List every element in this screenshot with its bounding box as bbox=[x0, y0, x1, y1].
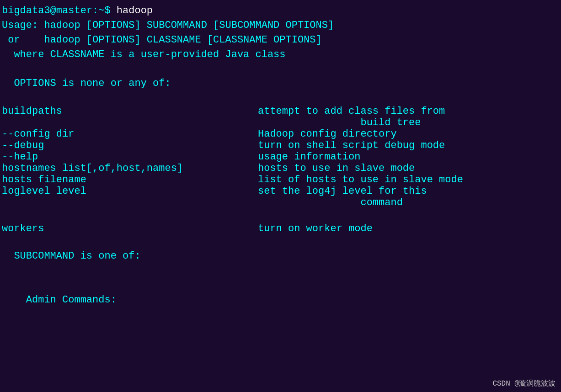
admin-header: Admin Commands: bbox=[2, 293, 559, 307]
prompt: bigdata3@master:~$ bbox=[2, 5, 117, 16]
option-right-hostnames: hosts to use in slave mode bbox=[258, 163, 559, 174]
option-left-hostnames: hostnames list[,of,host,names] bbox=[2, 163, 258, 174]
blank-3 bbox=[2, 208, 559, 223]
options-header: OPTIONS is none or any of: bbox=[2, 76, 559, 91]
option-left-workers: workers bbox=[2, 223, 258, 234]
option-right-config: Hadoop config directory bbox=[258, 128, 559, 140]
blank-4 bbox=[2, 234, 559, 249]
blank-1 bbox=[2, 62, 559, 77]
option-right-debug: turn on shell script debug mode bbox=[258, 140, 559, 151]
option-left-debug: --debug bbox=[2, 140, 258, 151]
blank-6 bbox=[2, 278, 559, 293]
subcommand-header: SUBCOMMAND is one of: bbox=[2, 249, 559, 264]
option-right-workers: turn on worker mode bbox=[258, 223, 559, 234]
terminal-window: bigdata3@master:~$ hadoop Usage: hadoop … bbox=[0, 0, 561, 392]
option-config: --config dir Hadoop config directory bbox=[2, 128, 559, 140]
option-left-loglevel: loglevel level bbox=[2, 185, 258, 208]
option-right-help: usage information bbox=[258, 151, 559, 163]
usage-line-3: where CLASSNAME is a user-provided Java … bbox=[2, 48, 559, 62]
option-left-hosts: hosts filename bbox=[2, 174, 258, 185]
prompt-line: bigdata3@master:~$ hadoop bbox=[2, 4, 559, 18]
option-right-hosts: list of hosts to use in slave mode bbox=[258, 174, 559, 185]
command: hadoop bbox=[117, 5, 153, 16]
option-buildpaths: buildpaths attempt to add class files fr… bbox=[2, 106, 559, 128]
option-hosts: hosts filename list of hosts to use in s… bbox=[2, 174, 559, 185]
option-left-help: --help bbox=[2, 151, 258, 163]
option-hostnames: hostnames list[,of,host,names] hosts to … bbox=[2, 163, 559, 174]
option-loglevel: loglevel level set the log4j level for t… bbox=[2, 185, 559, 208]
watermark: CSDN @漩涡脆波波 bbox=[492, 379, 556, 388]
option-help: --help usage information bbox=[2, 151, 559, 163]
option-left-buildpaths: buildpaths bbox=[2, 106, 258, 128]
blank-2 bbox=[2, 91, 559, 106]
option-left-config: --config dir bbox=[2, 128, 258, 140]
option-right-buildpaths: attempt to add class files from build tr… bbox=[258, 106, 559, 128]
workers-table: workers turn on worker mode bbox=[2, 223, 559, 234]
blank-5 bbox=[2, 264, 559, 278]
option-debug: --debug turn on shell script debug mode bbox=[2, 140, 559, 151]
usage-line-1: Usage: hadoop [OPTIONS] SUBCOMMAND [SUBC… bbox=[2, 18, 559, 33]
options-table: buildpaths attempt to add class files fr… bbox=[2, 106, 559, 208]
usage-line-2: or hadoop [OPTIONS] CLASSNAME [CLASSNAME… bbox=[2, 33, 559, 48]
option-workers: workers turn on worker mode bbox=[2, 223, 559, 234]
option-right-loglevel: set the log4j level for this command bbox=[258, 185, 559, 208]
